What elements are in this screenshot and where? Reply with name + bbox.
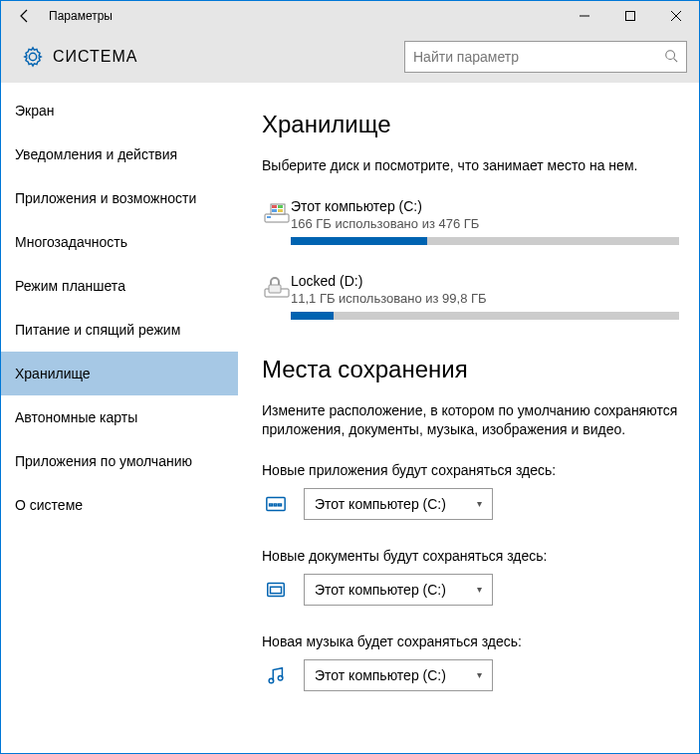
titlebar: Параметры: [1, 1, 699, 31]
svg-rect-1: [626, 12, 635, 21]
svg-rect-12: [278, 209, 283, 212]
save-row-label: Новые документы будут сохраняться здесь:: [262, 548, 679, 564]
page-title: СИСТЕМА: [53, 48, 138, 66]
header: СИСТЕМА Найти параметр: [1, 31, 699, 83]
save-music-dropdown[interactable]: Этот компьютер (C:) ▾: [304, 659, 493, 691]
search-input[interactable]: Найти параметр: [404, 41, 687, 73]
content: Хранилище Выберите диск и посмотрите, чт…: [238, 83, 699, 753]
sidebar-item-apps-features[interactable]: Приложения и возможности: [1, 176, 238, 220]
drive-c-icon: [262, 198, 291, 245]
drive-d-locked-icon: [262, 273, 291, 320]
svg-point-4: [666, 50, 675, 59]
save-row-label: Новые приложения будут сохраняться здесь…: [262, 462, 679, 478]
svg-point-21: [269, 678, 274, 683]
search-placeholder: Найти параметр: [413, 49, 664, 65]
gear-icon: [13, 46, 53, 68]
disk-usage-bar: [291, 312, 679, 320]
chevron-down-icon: ▾: [477, 669, 482, 680]
search-icon: [664, 49, 678, 66]
storage-subtext: Выберите диск и посмотрите, что занимает…: [262, 156, 679, 176]
svg-rect-20: [271, 587, 282, 593]
save-row-documents: Новые документы будут сохраняться здесь:…: [262, 548, 679, 606]
save-documents-dropdown[interactable]: Этот компьютер (C:) ▾: [304, 574, 493, 606]
sidebar-item-default-apps[interactable]: Приложения по умолчанию: [1, 439, 238, 483]
maximize-button[interactable]: [607, 1, 653, 31]
save-locations-heading: Места сохранения: [262, 356, 679, 383]
disk-name: Этот компьютер (C:): [291, 198, 679, 214]
save-row-music: Новая музыка будет сохраняться здесь: Эт…: [262, 633, 679, 691]
svg-rect-11: [272, 209, 277, 212]
apps-icon: [262, 493, 290, 515]
sidebar-item-notifications[interactable]: Уведомления и действия: [1, 132, 238, 176]
svg-rect-17: [274, 504, 277, 506]
svg-rect-9: [272, 205, 277, 208]
svg-rect-18: [279, 504, 282, 506]
sidebar-item-offline-maps[interactable]: Автономные карты: [1, 395, 238, 439]
sidebar-item-storage[interactable]: Хранилище: [1, 352, 238, 395]
sidebar-item-display[interactable]: Экран: [1, 89, 238, 132]
save-apps-dropdown[interactable]: Этот компьютер (C:) ▾: [304, 488, 493, 520]
chevron-down-icon: ▾: [477, 498, 482, 509]
chevron-down-icon: ▾: [477, 584, 482, 595]
close-button[interactable]: [653, 1, 699, 31]
svg-point-22: [278, 675, 283, 680]
sidebar-item-about[interactable]: О системе: [1, 483, 238, 527]
sidebar: Экран Уведомления и действия Приложения …: [1, 83, 238, 753]
documents-icon: [262, 579, 290, 601]
back-button[interactable]: [1, 1, 49, 31]
disk-row[interactable]: Locked (D:) 11,1 ГБ использовано из 99,8…: [262, 273, 679, 320]
svg-rect-10: [278, 205, 283, 208]
svg-rect-14: [269, 285, 281, 293]
save-row-apps: Новые приложения будут сохраняться здесь…: [262, 462, 679, 520]
save-locations-subtext: Измените расположение, в котором по умол…: [262, 401, 679, 440]
disk-usage: 11,1 ГБ использовано из 99,8 ГБ: [291, 291, 679, 306]
minimize-button[interactable]: [562, 1, 607, 31]
save-row-label: Новая музыка будет сохраняться здесь:: [262, 633, 679, 649]
disk-name: Locked (D:): [291, 273, 679, 289]
sidebar-item-power-sleep[interactable]: Питание и спящий режим: [1, 308, 238, 352]
sidebar-item-multitasking[interactable]: Многозадачность: [1, 220, 238, 264]
sidebar-item-tablet-mode[interactable]: Режим планшета: [1, 264, 238, 308]
storage-heading: Хранилище: [262, 111, 679, 138]
disk-usage-bar: [291, 237, 679, 245]
svg-rect-16: [270, 504, 273, 506]
disk-usage: 166 ГБ использовано из 476 ГБ: [291, 216, 679, 231]
svg-line-5: [674, 58, 678, 62]
window-title: Параметры: [49, 9, 113, 23]
music-icon: [262, 664, 290, 686]
svg-rect-7: [267, 216, 271, 218]
disk-row[interactable]: Этот компьютер (C:) 166 ГБ использовано …: [262, 198, 679, 245]
